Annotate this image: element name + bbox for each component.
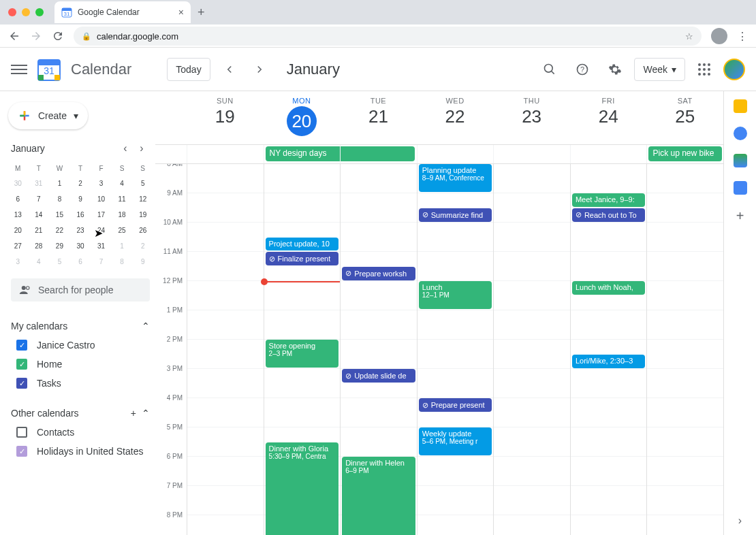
mini-day[interactable]: 14: [29, 208, 49, 222]
main-menu-button[interactable]: [11, 61, 27, 78]
mini-day[interactable]: 1: [112, 239, 132, 253]
mini-day[interactable]: 8: [50, 192, 69, 206]
calendar-event[interactable]: Dinner with Gloria5:30–9 PM, Centra: [266, 442, 339, 536]
day-column[interactable]: ⊘Prepare worksh⊘Update slide deDinner wi…: [340, 164, 417, 535]
mini-day[interactable]: 15: [50, 208, 69, 222]
mini-day[interactable]: 29: [50, 239, 69, 253]
mini-day[interactable]: 4: [29, 255, 49, 269]
calendar-event[interactable]: ⊘Finalize present: [266, 252, 339, 265]
profile-avatar[interactable]: [711, 28, 727, 44]
maps-icon[interactable]: [734, 154, 747, 167]
url-field[interactable]: 🔒 calendar.google.com ☆: [74, 27, 702, 46]
search-people-input[interactable]: Search for people: [11, 278, 150, 302]
mini-day[interactable]: 20: [8, 223, 28, 238]
mini-day[interactable]: 8: [112, 255, 132, 269]
calendar-event[interactable]: Lunch12–1 PM: [419, 281, 492, 309]
day-column[interactable]: Planning update8–9 AM, Conference⊘Summar…: [417, 164, 494, 535]
add-calendar-icon[interactable]: +: [131, 408, 136, 419]
day-column[interactable]: [646, 164, 723, 535]
mini-day[interactable]: 10: [91, 192, 111, 206]
mini-day[interactable]: 21: [29, 223, 49, 238]
mini-day[interactable]: 19: [133, 208, 153, 222]
allday-cell[interactable]: [570, 145, 647, 163]
mini-day[interactable]: 1: [50, 176, 69, 191]
calendar-event[interactable]: Weekly update5–6 PM, Meeting r: [419, 427, 492, 455]
calendar-event[interactable]: Dinner with Helen6–9 PM: [342, 457, 415, 535]
mini-day[interactable]: 17: [91, 208, 111, 222]
mini-day[interactable]: 2: [71, 176, 91, 191]
day-header[interactable]: TUE21: [340, 91, 417, 144]
allday-event[interactable]: Pick up new bike: [648, 146, 722, 161]
calendar-event[interactable]: ⊘Prepare worksh: [342, 267, 415, 280]
view-selector[interactable]: Week ▾: [634, 58, 685, 81]
calendar-event[interactable]: ⊘Update slide de: [342, 369, 415, 383]
mini-day[interactable]: 4: [112, 176, 132, 191]
day-header[interactable]: MON20: [264, 91, 341, 144]
calendar-event[interactable]: Lunch with Noah,: [572, 281, 646, 295]
collapse-panel-icon[interactable]: ›: [738, 515, 742, 527]
day-header[interactable]: THU23: [493, 91, 570, 144]
settings-icon[interactable]: [601, 56, 629, 83]
browser-menu-icon[interactable]: ⋮: [737, 30, 748, 43]
calendar-checkbox[interactable]: [16, 427, 27, 438]
mini-day[interactable]: 9: [71, 192, 91, 206]
calendar-checkbox[interactable]: ✓: [16, 340, 27, 351]
day-header[interactable]: FRI24: [570, 91, 647, 144]
close-window[interactable]: [8, 8, 16, 16]
day-header[interactable]: WED22: [417, 91, 494, 144]
forward-button[interactable]: [30, 30, 42, 42]
mini-day[interactable]: 28: [29, 239, 49, 253]
mini-day[interactable]: 3: [8, 255, 28, 269]
prev-week-button[interactable]: [219, 59, 240, 80]
calendar-item[interactable]: ✓Home: [11, 355, 150, 374]
mini-day[interactable]: 27: [8, 239, 28, 253]
mini-day[interactable]: 30: [8, 176, 28, 191]
mini-day[interactable]: 16: [71, 208, 91, 222]
mini-day[interactable]: 25: [112, 223, 132, 238]
allday-cell[interactable]: NY design days: [264, 145, 341, 163]
day-column[interactable]: Meet Janice, 9–9:⊘Reach out to ToLunch w…: [570, 164, 647, 535]
mini-calendar[interactable]: MTWTFSS303112345678910111213141516171819…: [5, 162, 155, 269]
allday-cell[interactable]: [417, 145, 494, 163]
allday-cell[interactable]: [340, 145, 417, 163]
bookmark-icon[interactable]: ☆: [685, 31, 693, 42]
mini-day[interactable]: 31: [91, 239, 111, 253]
allday-cell[interactable]: Pick up new bike: [646, 145, 723, 163]
contacts-icon[interactable]: [734, 181, 747, 195]
mini-day[interactable]: 12: [133, 192, 153, 206]
mini-day[interactable]: 26: [133, 223, 153, 238]
mini-day[interactable]: 30: [71, 239, 91, 253]
next-week-button[interactable]: [249, 59, 270, 80]
calendar-checkbox[interactable]: ✓: [16, 359, 27, 370]
day-column[interactable]: [493, 164, 570, 535]
mini-day[interactable]: 2: [133, 239, 153, 253]
mini-day[interactable]: 7: [29, 192, 49, 206]
allday-cell[interactable]: [493, 145, 570, 163]
day-columns[interactable]: Project update, 10⊘Finalize presentStore…: [187, 164, 723, 535]
mini-next-button[interactable]: ›: [133, 140, 150, 157]
calendar-checkbox[interactable]: ✓: [16, 446, 27, 457]
close-tab-icon[interactable]: ×: [178, 7, 184, 18]
tasks-icon[interactable]: [734, 127, 747, 140]
mini-prev-button[interactable]: ‹: [117, 140, 133, 157]
mini-day[interactable]: 23: [71, 223, 91, 238]
day-column[interactable]: Project update, 10⊘Finalize presentStore…: [264, 164, 341, 535]
calendar-event[interactable]: ⊘Prepare present: [419, 398, 492, 412]
mini-day[interactable]: 22: [50, 223, 69, 238]
reload-button[interactable]: [52, 30, 64, 42]
calendar-checkbox[interactable]: ✓: [16, 378, 27, 389]
mini-day[interactable]: 18: [112, 208, 132, 222]
day-header[interactable]: SAT25: [646, 91, 723, 144]
maximize-window[interactable]: [35, 8, 44, 16]
mini-day[interactable]: 11: [112, 192, 132, 206]
mini-day[interactable]: 6: [8, 192, 28, 206]
calendar-event[interactable]: Lori/Mike, 2:30–3: [572, 355, 646, 368]
mini-day[interactable]: 24: [91, 223, 111, 238]
mini-day[interactable]: 31: [29, 176, 49, 191]
today-button[interactable]: Today: [167, 58, 210, 81]
minimize-window[interactable]: [22, 8, 30, 16]
calendar-event[interactable]: Project update, 10: [266, 238, 339, 251]
google-apps-icon[interactable]: [691, 56, 718, 83]
new-tab-button[interactable]: +: [198, 5, 205, 20]
mini-day[interactable]: 6: [71, 255, 91, 269]
